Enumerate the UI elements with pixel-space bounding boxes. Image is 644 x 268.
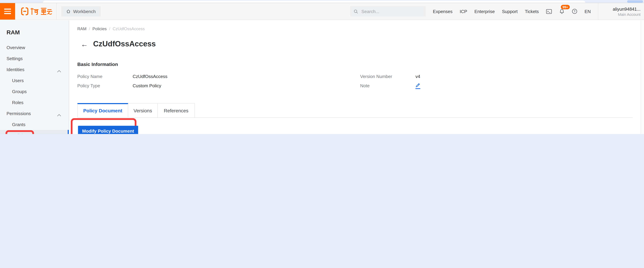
nav-icp[interactable]: ICP [460,9,467,14]
alibaba-cloud-logo-icon [20,6,52,16]
nav-tickets[interactable]: Tickets [525,9,539,14]
chevron-up-icon [57,112,61,118]
detail-tabs: Policy Document Versions References [77,103,633,118]
basic-information-heading: Basic Information [77,62,644,68]
tab-policy-document[interactable]: Policy Document [77,103,128,118]
nav-enterprise[interactable]: Enterprise [474,9,495,14]
console-header: Workbench Expenses ICP Enterprise Suppor… [0,3,644,20]
account-menu[interactable]: aliyun94841... Main Account [606,6,644,16]
sidebar-item-roles[interactable]: Roles [0,97,69,108]
breadcrumb-separator: / [89,26,90,31]
page-title: CzUdfOssAccess [93,40,156,48]
alibaba-cloud-logo[interactable] [20,3,52,20]
bell-icon [559,8,564,14]
nav-support[interactable]: Support [502,9,518,14]
title-row: ← CzUdfOssAccess [81,39,644,49]
breadcrumb-ram[interactable]: RAM [77,26,86,31]
search-input[interactable] [361,8,417,14]
help-button[interactable]: ? [572,8,577,14]
browser-tab-shape [43,1,585,3]
sidebar-item-identities[interactable]: Identities [0,64,69,75]
hamburger-menu-button[interactable] [0,3,15,20]
notification-badge: 99+ [561,5,570,9]
help-icon: ? [572,8,577,14]
account-type: Main Account [618,12,640,16]
workbench-label: Workbench [73,9,96,14]
breadcrumb-separator: / [109,26,110,31]
sidebar-item-settings[interactable]: Settings [0,53,69,64]
cloudshell-button[interactable] [546,9,552,14]
scrollbar-gutter[interactable] [640,20,644,134]
search-icon [354,9,358,14]
back-arrow-icon[interactable]: ← [81,40,88,48]
tab-versions[interactable]: Versions [128,103,158,118]
language-switcher[interactable]: EN [584,9,591,14]
ram-sidebar: RAM Overview Settings Identities Users G… [0,20,69,134]
workbench-button[interactable]: Workbench [61,6,100,16]
notifications-button[interactable]: 99+ [559,8,564,14]
sidebar-item-grants[interactable]: Grants [0,119,69,130]
policy-type-label: Policy Type [77,81,133,90]
modify-policy-document-button[interactable]: Modify Policy Document [78,126,138,134]
sidebar-item-overview[interactable]: Overview [0,42,69,53]
header-divider [56,3,57,20]
hamburger-menu-icon [4,9,11,10]
version-number-label: Version Number [360,72,416,81]
global-search[interactable] [350,6,426,16]
policy-name-value: CzUdfOssAccess [133,72,360,81]
ram-console-window: Workbench Expenses ICP Enterprise Suppor… [0,0,644,134]
sidebar-title: RAM [6,29,69,36]
terminal-icon [546,9,552,14]
browser-strip-accent [627,0,643,3]
edit-note-button[interactable] [416,83,420,89]
tab-references[interactable]: References [158,103,195,118]
version-number-value: v4 [416,72,644,81]
note-label: Note [360,81,416,90]
policy-type-value: Custom Policy [133,81,360,90]
sidebar-item-permissions[interactable]: Permissions [0,108,69,119]
breadcrumb-policies[interactable]: Policies [92,26,107,31]
svg-text:?: ? [574,10,576,13]
sidebar-nav: Overview Settings Identities Users Group… [0,42,69,134]
home-icon [66,9,71,14]
basic-information-grid: Policy Name CzUdfOssAccess Version Numbe… [77,72,644,90]
edit-pencil-icon [416,83,420,88]
sidebar-item-groups[interactable]: Groups [0,86,69,97]
policy-name-label: Policy Name [77,72,133,81]
account-name: aliyun94841... [613,6,640,12]
account-divider [598,3,598,20]
breadcrumb-current: CzUdfOssAccess [112,26,145,31]
main-content: RAM / Policies / CzUdfOssAccess ← CzUdfO… [70,20,644,134]
breadcrumb: RAM / Policies / CzUdfOssAccess [77,26,644,31]
sidebar-item-policies[interactable]: Policies [0,130,69,134]
browser-edge-strip [0,0,644,3]
chevron-up-icon [57,68,61,74]
header-right-group: Expenses ICP Enterprise Support Tickets … [350,3,644,20]
nav-expenses[interactable]: Expenses [433,9,452,14]
policy-actions-zone: Modify Policy Document [77,118,633,134]
selected-indicator [68,130,69,134]
sidebar-item-users[interactable]: Users [0,75,69,86]
